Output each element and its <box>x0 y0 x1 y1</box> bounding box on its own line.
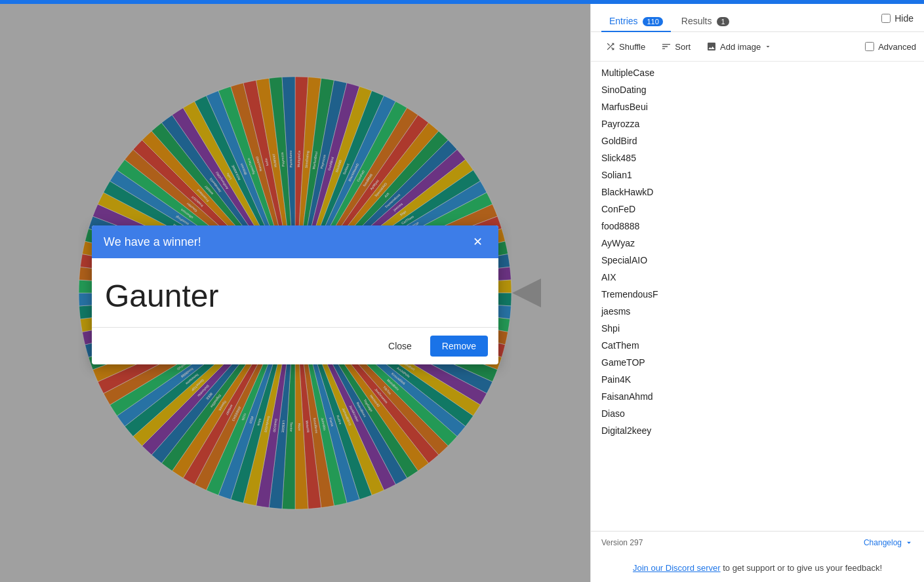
list-item[interactable]: jaesms <box>591 303 924 320</box>
sort-label: Sort <box>675 42 691 52</box>
panel-footer: Version 297 Changelog <box>591 531 924 554</box>
modal-title: We have a winner! <box>104 235 201 249</box>
list-item[interactable]: Slick485 <box>591 149 924 166</box>
hide-checkbox-area: Hide <box>881 13 914 29</box>
add-image-label: Add image <box>720 42 761 52</box>
modal-overlay: We have a winner! ✕ Gaunter Close Remove <box>0 4 590 582</box>
list-item[interactable]: MultipleCase <box>591 64 924 81</box>
discord-link[interactable]: Join our Discord server <box>633 563 721 573</box>
list-item[interactable]: Digital2keey <box>591 422 924 439</box>
list-item[interactable]: Shpi <box>591 320 924 337</box>
list-item[interactable]: CatThem <box>591 337 924 354</box>
list-item[interactable]: AyWyaz <box>591 235 924 252</box>
list-item[interactable]: Pain4K <box>591 371 924 388</box>
list-item[interactable]: BlackHawkD <box>591 184 924 201</box>
right-panel: Entries 110 Results 1 Hide Shuffle Sort <box>590 4 924 582</box>
close-button[interactable]: Close <box>376 336 424 357</box>
shuffle-label: Shuffle <box>619 42 645 52</box>
advanced-label: Advanced <box>878 42 916 52</box>
list-item[interactable]: Payrozza <box>591 115 924 132</box>
modal-body: Gaunter <box>92 258 498 327</box>
add-image-icon <box>706 41 717 52</box>
advanced-checkbox-area: Advanced <box>865 42 916 52</box>
toolbar: Shuffle Sort Add image Advanced <box>591 32 924 62</box>
remove-button[interactable]: Remove <box>430 336 488 357</box>
sort-icon <box>661 41 672 52</box>
shuffle-icon <box>605 41 616 52</box>
list-item[interactable]: SpecialAIO <box>591 252 924 269</box>
hide-label: Hide <box>894 13 914 24</box>
shuffle-button[interactable]: Shuffle <box>599 37 652 56</box>
sort-button[interactable]: Sort <box>654 37 697 56</box>
hide-checkbox[interactable] <box>881 14 891 23</box>
changelog-area: Changelog <box>864 538 914 547</box>
list-item[interactable]: AIX <box>591 269 924 286</box>
add-image-dropdown-icon <box>764 43 772 50</box>
list-item[interactable]: SinoDating <box>591 81 924 98</box>
entries-count-badge: 110 <box>643 17 662 26</box>
list-item[interactable]: TremendousF <box>591 286 924 303</box>
list-item[interactable]: ConFeD <box>591 201 924 218</box>
list-item[interactable]: Diaso <box>591 405 924 422</box>
version-text: Version 297 <box>601 538 643 547</box>
discord-text-after: to get support or to give us your feedba… <box>721 563 882 573</box>
changelog-chevron-icon <box>904 538 914 547</box>
changelog-link[interactable]: Changelog <box>864 538 902 547</box>
tab-entries[interactable]: Entries 110 <box>601 10 671 31</box>
advanced-checkbox[interactable] <box>865 42 874 51</box>
results-count-badge: 1 <box>717 17 729 26</box>
modal-header: We have a winner! ✕ <box>92 225 498 258</box>
modal-footer: Close Remove <box>92 327 498 364</box>
modal-close-x-button[interactable]: ✕ <box>469 235 487 249</box>
tab-results[interactable]: Results 1 <box>673 10 737 31</box>
list-item[interactable]: GoldBird <box>591 132 924 149</box>
list-item[interactable]: food8888 <box>591 218 924 235</box>
list-item[interactable]: MarfusBeui <box>591 98 924 115</box>
winner-name: Gaunter <box>105 278 485 314</box>
winner-modal: We have a winner! ✕ Gaunter Close Remove <box>92 225 498 364</box>
list-item[interactable]: GameTOP <box>591 354 924 371</box>
top-bar <box>0 0 924 4</box>
tabs-row: Entries 110 Results 1 Hide <box>591 4 924 32</box>
list-item[interactable]: FaisanAhmd <box>591 388 924 405</box>
main-area: MultipleCaSinoDatingMarfusBeuiPayrozzaGo… <box>0 4 590 582</box>
add-image-button[interactable]: Add image <box>700 37 778 56</box>
list-item[interactable]: Solian1 <box>591 166 924 184</box>
entries-list[interactable]: MultipleCaseSinoDatingMarfusBeuiPayrozza… <box>591 62 924 531</box>
discord-footer: Join our Discord server to get support o… <box>591 554 924 583</box>
